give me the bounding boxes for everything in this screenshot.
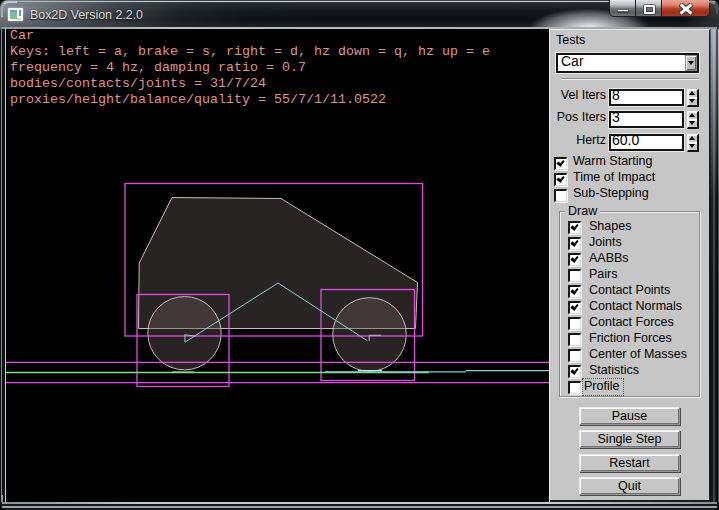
svg-text:Keys: left = a, brake = s, rig: Keys: left = a, brake = s, right = d, hz…	[10, 44, 490, 59]
svg-text:bodies/contacts/joints = 31/7/: bodies/contacts/joints = 31/7/24	[10, 76, 266, 91]
svg-text:proxies/height/balance/quality: proxies/height/balance/quality = 55/7/1/…	[10, 92, 386, 107]
svg-text:Car: Car	[10, 29, 34, 43]
svg-text:frequency = 4 hz, damping rati: frequency = 4 hz, damping ratio = 0.7	[10, 60, 306, 75]
